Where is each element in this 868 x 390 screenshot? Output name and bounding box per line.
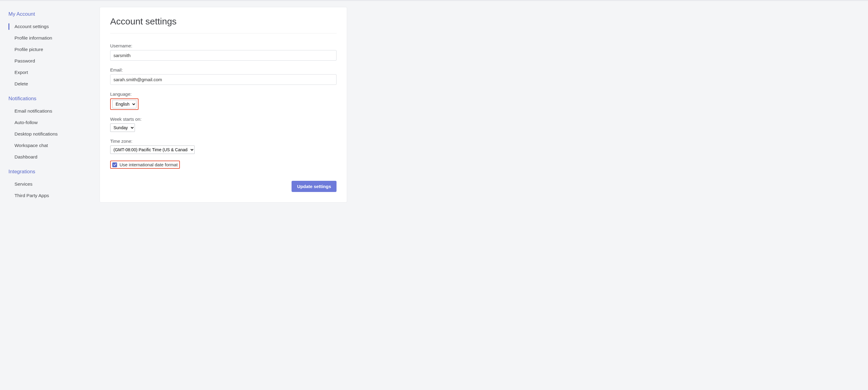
nav-dashboard[interactable]: Dashboard bbox=[6, 151, 94, 163]
timezone-label: Time zone: bbox=[110, 139, 337, 144]
nav-desktop-notifications[interactable]: Desktop notifications bbox=[6, 128, 94, 140]
intl-date-label: Use international date format bbox=[120, 162, 178, 167]
email-input[interactable] bbox=[110, 74, 337, 85]
sidebar-heading-account[interactable]: My Account bbox=[6, 9, 94, 20]
check-icon bbox=[113, 163, 117, 166]
nav-export[interactable]: Export bbox=[6, 67, 94, 78]
sidebar-heading-integrations[interactable]: Integrations bbox=[6, 166, 94, 177]
nav-services[interactable]: Services bbox=[6, 178, 94, 190]
username-input[interactable] bbox=[110, 50, 337, 61]
language-select[interactable]: English bbox=[112, 100, 136, 108]
nav-workspace-chat[interactable]: Workspace chat bbox=[6, 140, 94, 151]
settings-sidebar: My Account Account settings Profile info… bbox=[6, 7, 94, 203]
username-label: Username: bbox=[110, 43, 337, 48]
intl-date-checkbox[interactable] bbox=[112, 162, 117, 167]
nav-third-party-apps[interactable]: Third Party Apps bbox=[6, 190, 94, 201]
week-label: Week starts on: bbox=[110, 117, 337, 122]
intl-date-highlight: Use international date format bbox=[110, 160, 180, 169]
nav-password[interactable]: Password bbox=[6, 55, 94, 67]
language-label: Language: bbox=[110, 91, 337, 97]
update-settings-button[interactable]: Update settings bbox=[291, 181, 337, 192]
sidebar-heading-notifications[interactable]: Notifications bbox=[6, 93, 94, 104]
timezone-select[interactable]: (GMT-08:00) Pacific Time (US & Canada) bbox=[110, 146, 195, 154]
nav-auto-follow[interactable]: Auto-follow bbox=[6, 117, 94, 128]
nav-profile-information[interactable]: Profile information bbox=[6, 32, 94, 44]
nav-account-settings[interactable]: Account settings bbox=[6, 21, 94, 32]
page-title: Account settings bbox=[110, 16, 337, 33]
nav-delete[interactable]: Delete bbox=[6, 78, 94, 90]
week-select[interactable]: Sunday bbox=[110, 123, 135, 132]
nav-profile-picture[interactable]: Profile picture bbox=[6, 44, 94, 55]
language-highlight: English bbox=[110, 98, 138, 110]
nav-email-notifications[interactable]: Email notifications bbox=[6, 106, 94, 117]
email-label: Email: bbox=[110, 67, 337, 72]
settings-card: Account settings Username: Email: Langua… bbox=[100, 7, 347, 203]
